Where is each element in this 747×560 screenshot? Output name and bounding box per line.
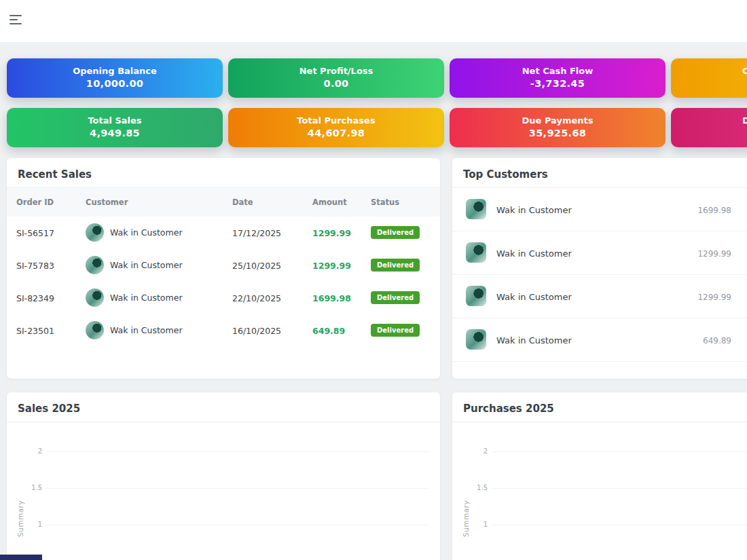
bottom-left-dark-element — [0, 555, 42, 560]
table-row[interactable]: SI-82349 Wak in Customer 22/10/2025 1699… — [7, 282, 440, 314]
customer-name: Wak in Customer — [110, 325, 183, 335]
order-id: SI-82349 — [16, 293, 54, 303]
customer-cell: Wak in Customer — [86, 288, 183, 307]
y-axis-tick: 1.5 — [467, 484, 488, 491]
gridline — [46, 488, 429, 489]
card-title: Opening Balance — [7, 66, 223, 76]
stat-card-due-payments: Due Payments 35,925.68 — [450, 108, 666, 147]
gridline — [46, 525, 429, 525]
card-title: Due Payments — [450, 115, 666, 126]
top-bar — [0, 0, 747, 42]
column-header-date: Date — [232, 198, 253, 207]
customer-name: Wak in Customer — [496, 205, 572, 215]
sale-amount: 1299.99 — [312, 228, 351, 238]
gridline — [46, 451, 429, 452]
column-header-order-id: Order ID — [16, 198, 54, 207]
order-id: SI-75783 — [16, 261, 54, 271]
card-title: Net Profit/Loss — [228, 66, 444, 76]
table-row[interactable]: SI-56517 Wak in Customer 17/12/2025 1299… — [7, 217, 440, 249]
customer-name: Wak in Customer — [110, 260, 183, 270]
status-badge: Delivered — [371, 259, 420, 272]
y-axis-tick: 2 — [467, 447, 488, 455]
customer-name: Wak in Customer — [110, 293, 183, 303]
card-title: C — [671, 66, 747, 76]
y-axis-tick: 2 — [22, 447, 42, 455]
sale-amount: 1699.98 — [312, 293, 351, 303]
sale-date: 16/10/2025 — [232, 326, 281, 336]
recent-sales-panel: Recent Sales Order ID Customer Date Amou… — [7, 158, 440, 379]
panel-title: Recent Sales — [7, 158, 92, 181]
card-value: -3,732.45 — [450, 78, 666, 89]
customer-amount: 649.89 — [703, 336, 731, 346]
card-value: 10,000.00 — [7, 78, 223, 89]
stat-card-partial-top: C — [671, 58, 747, 98]
hamburger-line — [10, 23, 22, 24]
customer-name: Wak in Customer — [110, 227, 183, 238]
hamburger-menu-icon[interactable] — [10, 15, 27, 29]
status-badge: Delivered — [371, 226, 420, 239]
panel-title: Sales 2025 — [7, 392, 80, 415]
order-id: SI-23501 — [16, 326, 54, 336]
y-axis-label: Summary — [16, 485, 24, 553]
sale-amount: 1299.99 — [312, 261, 351, 271]
card-title: Net Cash Flow — [450, 66, 666, 76]
customer-avatar-image — [86, 256, 104, 274]
sale-amount: 649.89 — [312, 326, 345, 336]
card-title: Total Sales — [7, 115, 223, 126]
card-title: D — [671, 115, 747, 126]
list-item[interactable]: Wak in Customer 649.89 — [452, 318, 747, 362]
card-value: 0.00 — [228, 78, 444, 89]
panel-title: Purchases 2025 — [452, 392, 554, 415]
customer-amount: 1299.99 — [697, 293, 731, 302]
table-row[interactable]: SI-23501 Wak in Customer 16/10/2025 649.… — [7, 314, 440, 347]
stat-card-net-cash-flow: Net Cash Flow -3,732.45 — [450, 58, 666, 98]
customer-avatar-image — [466, 199, 486, 219]
panel-header: Purchases 2025 — [452, 392, 747, 422]
hamburger-line — [10, 19, 18, 20]
card-value: 35,925.68 — [450, 128, 666, 138]
customer-avatar-image — [86, 223, 104, 242]
customer-avatar-image — [86, 321, 104, 339]
customer-cell: Wak in Customer — [86, 256, 183, 274]
y-axis-tick: 1 — [467, 521, 488, 528]
purchases-chart-panel: Purchases 2025 2 1.5 1 Summary — [452, 392, 747, 560]
customer-avatar-image — [466, 242, 486, 263]
stat-card-partial-bottom: D — [671, 108, 747, 147]
status-badge: Delivered — [371, 324, 420, 337]
sale-date: 25/10/2025 — [232, 261, 281, 271]
stat-card-total-sales: Total Sales 4,949.85 — [7, 108, 223, 147]
customer-name: Wak in Customer — [496, 335, 572, 346]
sale-date: 17/12/2025 — [232, 228, 281, 238]
sale-date: 22/10/2025 — [232, 293, 281, 303]
gridline — [492, 451, 747, 452]
card-title: Total Purchases — [228, 115, 444, 126]
list-item[interactable]: Wak in Customer 1299.99 — [452, 275, 747, 318]
column-header-status: Status — [371, 198, 399, 207]
customer-name: Wak in Customer — [496, 292, 572, 302]
panel-header: Sales 2025 — [7, 392, 440, 422]
panel-header: Top Customers — [452, 158, 747, 188]
y-axis-tick: 1 — [22, 521, 42, 528]
customer-amount: 1299.99 — [697, 249, 731, 259]
stat-card-opening-balance: Opening Balance 10,000.00 — [7, 58, 223, 98]
y-axis-label: Summary — [462, 485, 470, 553]
stat-card-total-purchases: Total Purchases 44,607.98 — [228, 108, 444, 147]
list-item[interactable]: Wak in Customer 1699.98 — [452, 188, 747, 231]
panel-header: Recent Sales — [7, 158, 440, 188]
customer-cell: Wak in Customer — [86, 321, 183, 339]
customer-avatar-image — [466, 329, 486, 350]
column-header-amount: Amount — [312, 198, 347, 207]
table-row[interactable]: SI-75783 Wak in Customer 25/10/2025 1299… — [7, 249, 440, 282]
customer-name: Wak in Customer — [496, 248, 572, 259]
customer-avatar-image — [86, 288, 104, 307]
card-value: 4,949.85 — [7, 128, 223, 138]
column-header-customer: Customer — [86, 198, 128, 207]
order-id: SI-56517 — [16, 228, 54, 238]
gridline — [492, 488, 747, 489]
gridline — [492, 525, 747, 525]
stat-card-net-profit-loss: Net Profit/Loss 0.00 — [228, 58, 444, 98]
list-item[interactable]: Wak in Customer 1299.99 — [452, 231, 747, 275]
dashboard-page: Opening Balance 10,000.00 Net Profit/Los… — [0, 0, 747, 560]
sales-chart-panel: Sales 2025 2 1.5 1 Summary — [7, 392, 440, 560]
table-header-row: Order ID Customer Date Amount Status — [7, 188, 440, 217]
